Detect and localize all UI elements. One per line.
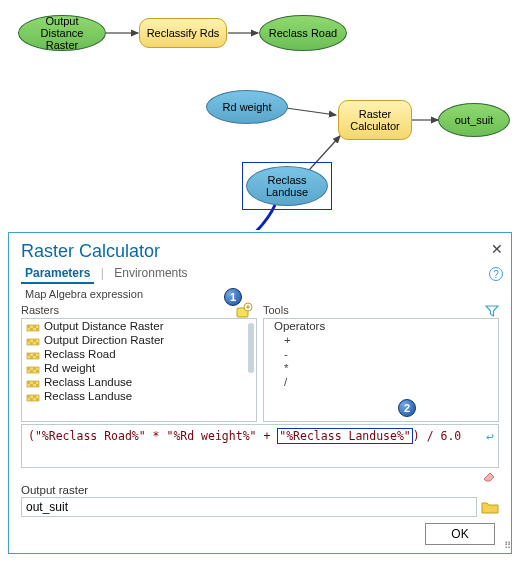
callout-badge-1: 1 [224, 288, 242, 306]
svg-rect-24 [36, 356, 39, 359]
svg-rect-21 [27, 353, 30, 356]
resize-grip[interactable]: ⠿ [504, 540, 509, 551]
raster-item-label: Output Direction Raster [44, 334, 164, 346]
rasters-column: Rasters Output Distance RasterOutput Dir… [21, 304, 257, 422]
expr-text-suffix: ) / 6.0 [413, 429, 461, 443]
operator-item[interactable]: / [264, 375, 498, 389]
svg-rect-41 [33, 395, 36, 398]
tab-environments[interactable]: Environments [110, 264, 191, 282]
raster-list-item[interactable]: Output Direction Raster [22, 333, 256, 347]
node-reclassify-rds[interactable]: Reclassify Rds [139, 18, 227, 48]
operator-item[interactable]: - [264, 347, 498, 361]
svg-rect-11 [33, 325, 36, 328]
svg-rect-39 [27, 395, 30, 398]
node-reclass-road[interactable]: Reclass Road [259, 15, 347, 51]
svg-rect-42 [36, 398, 39, 401]
output-raster-label: Output raster [9, 484, 511, 496]
raster-layer-icon [26, 390, 40, 402]
expr-text-prefix: ("%Reclass Road%" * "%Rd weight%" + [28, 429, 277, 443]
svg-rect-10 [30, 328, 33, 331]
svg-rect-29 [33, 367, 36, 370]
raster-layer-icon [26, 376, 40, 388]
node-out-suit[interactable]: out_suit [438, 103, 510, 137]
close-icon[interactable]: ✕ [491, 241, 503, 257]
output-raster-input[interactable] [21, 497, 477, 517]
eraser-icon[interactable] [481, 470, 497, 485]
raster-list-item[interactable]: Rd weight [22, 361, 256, 375]
node-reclass-landuse[interactable]: Reclass Landuse [246, 166, 328, 206]
help-icon[interactable]: ? [489, 267, 503, 281]
raster-layer-icon [26, 348, 40, 360]
svg-rect-17 [33, 339, 36, 342]
svg-rect-9 [27, 325, 30, 328]
browse-folder-icon[interactable] [481, 499, 499, 515]
tab-parameters[interactable]: Parameters [21, 264, 94, 284]
tools-column: Tools Operators + - * / [263, 304, 499, 422]
svg-rect-40 [30, 398, 33, 401]
model-variable-icon[interactable]: ↩ [486, 429, 494, 444]
section-label: Map Algebra expression [9, 288, 511, 300]
raster-list-item[interactable]: Reclass Landuse [22, 389, 256, 403]
operator-item[interactable]: * [264, 361, 498, 375]
ok-button[interactable]: OK [425, 523, 495, 545]
panel-title: Raster Calculator [9, 233, 511, 264]
raster-list-item[interactable]: Reclass Landuse [22, 375, 256, 389]
raster-item-label: Reclass Road [44, 348, 116, 360]
svg-rect-16 [30, 342, 33, 345]
scrollbar[interactable] [248, 323, 254, 373]
svg-line-2 [286, 108, 336, 115]
svg-rect-12 [36, 328, 39, 331]
raster-item-label: Output Distance Raster [44, 320, 164, 332]
expression-textbox[interactable]: ("%Reclass Road%" * "%Rd weight%" + "%Re… [21, 424, 499, 468]
svg-rect-23 [33, 353, 36, 356]
svg-rect-22 [30, 356, 33, 359]
rasters-label: Rasters [21, 304, 257, 316]
raster-item-label: Rd weight [44, 362, 95, 374]
raster-item-label: Reclass Landuse [44, 376, 132, 388]
svg-rect-34 [30, 384, 33, 387]
raster-list-item[interactable]: Reclass Road [22, 347, 256, 361]
svg-rect-33 [27, 381, 30, 384]
svg-rect-27 [27, 367, 30, 370]
svg-rect-35 [33, 381, 36, 384]
tools-listbox[interactable]: Operators + - * / [263, 318, 499, 422]
tools-label: Tools [263, 304, 499, 316]
svg-rect-30 [36, 370, 39, 373]
svg-rect-28 [30, 370, 33, 373]
node-raster-calculator[interactable]: Raster Calculator [338, 100, 412, 140]
raster-item-label: Reclass Landuse [44, 390, 132, 402]
operator-item[interactable]: + [264, 333, 498, 347]
raster-calculator-panel: Raster Calculator ✕ ? Parameters | Envir… [8, 232, 512, 554]
callout-badge-2: 2 [398, 399, 416, 417]
svg-rect-18 [36, 342, 39, 345]
tabs: Parameters | Environments [9, 264, 511, 284]
expr-highlight: "%Reclass Landuse%" [277, 428, 413, 444]
node-output-distance-raster[interactable]: Output Distance Raster [18, 15, 106, 51]
rasters-listbox[interactable]: Output Distance RasterOutput Direction R… [21, 318, 257, 422]
svg-rect-36 [36, 384, 39, 387]
raster-layer-icon [26, 362, 40, 374]
operators-header: Operators [264, 319, 498, 333]
raster-layer-icon [26, 334, 40, 346]
raster-layer-icon [26, 320, 40, 332]
raster-list-item[interactable]: Output Distance Raster [22, 319, 256, 333]
node-rd-weight[interactable]: Rd weight [206, 90, 288, 124]
svg-rect-15 [27, 339, 30, 342]
